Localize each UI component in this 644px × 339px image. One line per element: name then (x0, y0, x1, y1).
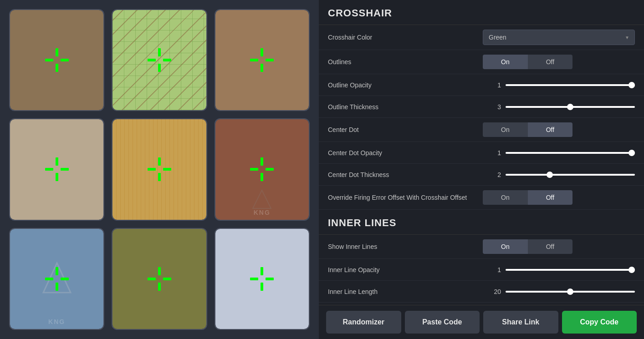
svg-rect-27 (56, 283, 58, 291)
show-inner-lines-label: Show Inner Lines (328, 243, 483, 250)
svg-rect-17 (158, 173, 161, 181)
svg-rect-29 (61, 278, 69, 280)
svg-rect-9 (261, 64, 263, 72)
outlines-on-btn[interactable]: On (483, 55, 528, 69)
svg-rect-33 (163, 278, 171, 280)
svg-rect-19 (163, 168, 171, 171)
center-dot-thickness-value: 2 (483, 171, 501, 178)
crosshair-8 (146, 265, 173, 293)
svg-rect-28 (45, 278, 53, 280)
inner-line-length-row: Inner Line Length 20 (319, 281, 644, 303)
crosshair-2 (146, 46, 173, 74)
footer-buttons: Randomizer Paste Code Share Link Copy Co… (319, 305, 644, 339)
preview-card-8[interactable] (112, 228, 207, 330)
inner-line-opacity-slider[interactable] (506, 269, 635, 271)
svg-rect-30 (158, 267, 161, 275)
kng-logo-6 (250, 188, 273, 211)
center-dot-opacity-label: Center Dot Opacity (328, 149, 483, 157)
svg-rect-32 (148, 278, 156, 280)
inner-line-length-slider[interactable] (506, 291, 635, 293)
svg-rect-4 (158, 48, 161, 56)
svg-rect-16 (158, 157, 161, 166)
crosshair-color-row: Crosshair Color Green White Red Blue Yel… (319, 25, 644, 50)
svg-rect-5 (158, 64, 161, 72)
inner-line-length-label: Inner Line Length (328, 288, 483, 295)
override-toggle: On Off (483, 190, 572, 205)
preview-card-4[interactable] (9, 118, 104, 220)
crosshair-5 (146, 156, 173, 183)
override-on-btn[interactable]: On (483, 190, 528, 205)
crosshair-9 (248, 265, 276, 293)
inner-line-length-value: 20 (483, 288, 501, 295)
settings-panel: Crosshair Crosshair Color Green White Re… (319, 0, 644, 339)
outline-thickness-row: Outline Thickness 3 (319, 96, 644, 118)
center-dot-off-btn[interactable]: Off (528, 122, 572, 137)
center-dot-on-btn[interactable]: On (483, 122, 528, 137)
show-inner-lines-on-btn[interactable]: On (483, 239, 528, 254)
center-dot-label: Center Dot (328, 126, 483, 133)
center-dot-toggle: On Off (483, 122, 572, 137)
crosshair-color-control: Green White Red Blue Yellow Custom (483, 30, 635, 45)
svg-rect-23 (250, 168, 258, 171)
svg-rect-14 (45, 168, 53, 171)
svg-rect-13 (56, 173, 58, 181)
outline-thickness-label: Outline Thickness (328, 103, 483, 111)
outline-opacity-slider[interactable] (506, 84, 635, 86)
crosshair-color-select[interactable]: Green White Red Blue Yellow Custom (483, 30, 635, 45)
preview-card-1[interactable] (9, 9, 104, 111)
paste-code-button[interactable]: Paste Code (405, 311, 480, 334)
center-dot-thickness-slider[interactable] (506, 174, 635, 176)
svg-rect-2 (45, 59, 53, 61)
randomizer-button[interactable]: Randomizer (326, 311, 401, 334)
outlines-row: Outlines On Off (319, 50, 644, 74)
svg-rect-21 (261, 157, 263, 166)
center-dot-opacity-slider[interactable] (506, 152, 635, 154)
preview-card-2[interactable] (112, 9, 207, 111)
show-inner-lines-control: On Off (483, 239, 635, 254)
crosshair-color-label: Crosshair Color (328, 34, 483, 41)
crosshair-3 (248, 46, 276, 74)
center-dot-opacity-value: 1 (483, 149, 501, 157)
svg-rect-8 (261, 48, 263, 56)
svg-rect-1 (56, 64, 58, 72)
override-control: On Off (483, 190, 635, 205)
svg-rect-15 (61, 168, 69, 171)
kng-text-7: KNG (48, 318, 65, 325)
outlines-control: On Off (483, 55, 635, 69)
svg-rect-10 (250, 59, 258, 61)
preview-card-6[interactable]: KNG (215, 118, 310, 220)
svg-rect-35 (261, 283, 263, 291)
outline-opacity-value: 1 (483, 81, 501, 89)
copy-code-button[interactable]: Copy Code (562, 311, 637, 334)
svg-rect-37 (266, 278, 274, 280)
override-off-btn[interactable]: Off (528, 190, 572, 205)
show-inner-lines-off-btn[interactable]: Off (528, 239, 572, 254)
svg-rect-12 (56, 157, 58, 166)
preview-card-3[interactable] (215, 9, 310, 111)
outline-thickness-value: 3 (483, 103, 501, 111)
outlines-off-btn[interactable]: Off (528, 55, 572, 69)
override-row: Override Firing Error Offset With Crossh… (319, 186, 644, 210)
svg-rect-6 (148, 59, 156, 61)
outline-thickness-control (506, 106, 635, 108)
outline-thickness-slider[interactable] (506, 106, 635, 108)
preview-panel: KNG KNG (0, 0, 319, 339)
svg-rect-0 (56, 48, 58, 56)
svg-rect-24 (266, 168, 274, 171)
crosshair-6 (248, 156, 276, 183)
svg-rect-3 (61, 59, 69, 61)
show-inner-lines-row: Show Inner Lines On Off (319, 235, 644, 259)
preview-card-5[interactable] (112, 118, 207, 220)
share-link-button[interactable]: Share Link (483, 311, 558, 334)
preview-card-7[interactable]: KNG (9, 228, 104, 330)
show-inner-lines-toggle: On Off (483, 239, 572, 254)
outlines-label: Outlines (328, 58, 483, 66)
preview-card-9[interactable] (215, 228, 310, 330)
svg-rect-34 (261, 267, 263, 275)
svg-rect-26 (56, 267, 58, 275)
outlines-toggle: On Off (483, 55, 572, 69)
center-dot-row: Center Dot On Off (319, 118, 644, 142)
svg-marker-20 (253, 190, 271, 208)
svg-rect-22 (261, 173, 263, 181)
crosshair-1 (43, 46, 71, 74)
